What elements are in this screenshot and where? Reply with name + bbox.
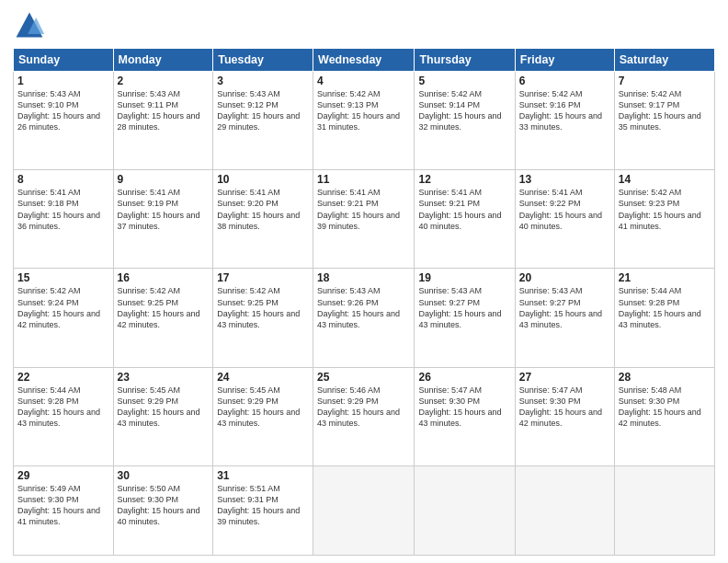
day-number: 25 [317,371,410,384]
day-info: Sunrise: 5:41 AMSunset: 9:20 PMDaylight:… [217,188,300,230]
day-number: 28 [619,371,711,384]
day-number: 31 [217,469,309,482]
day-number: 3 [217,75,309,87]
empty-cell [614,465,714,555]
day-cell-29: 29 Sunrise: 5:49 AMSunset: 9:30 PMDaylig… [14,465,114,555]
day-number: 21 [619,271,711,284]
day-info: Sunrise: 5:43 AMSunset: 9:12 PMDaylight:… [217,89,300,132]
day-info: Sunrise: 5:51 AMSunset: 9:31 PMDaylight:… [217,484,300,526]
logo-icon [13,9,46,42]
day-cell-30: 30 Sunrise: 5:50 AMSunset: 9:30 PMDaylig… [113,465,213,555]
weekday-header-thursday: Thursday [415,49,515,72]
day-info: Sunrise: 5:43 AMSunset: 9:10 PMDaylight:… [17,89,100,132]
day-number: 4 [317,75,410,87]
day-info: Sunrise: 5:45 AMSunset: 9:29 PMDaylight:… [118,385,200,428]
week-row-4: 22 Sunrise: 5:44 AMSunset: 9:28 PMDaylig… [14,367,715,465]
logo [13,9,50,42]
day-number: 5 [418,75,510,87]
day-number: 10 [217,173,309,186]
day-info: Sunrise: 5:42 AMSunset: 9:16 PMDaylight:… [519,89,602,132]
day-cell-2: 2 Sunrise: 5:43 AMSunset: 9:11 PMDayligh… [113,72,213,170]
day-info: Sunrise: 5:44 AMSunset: 9:28 PMDaylight:… [17,385,100,428]
day-number: 17 [217,271,309,284]
day-cell-9: 9 Sunrise: 5:41 AMSunset: 9:19 PMDayligh… [113,170,213,269]
day-number: 19 [418,271,510,284]
day-cell-11: 11 Sunrise: 5:41 AMSunset: 9:21 PMDaylig… [313,170,415,269]
day-cell-18: 18 Sunrise: 5:43 AMSunset: 9:26 PMDaylig… [313,269,415,367]
empty-cell [415,465,515,555]
day-cell-6: 6 Sunrise: 5:42 AMSunset: 9:16 PMDayligh… [515,72,614,170]
day-cell-3: 3 Sunrise: 5:43 AMSunset: 9:12 PMDayligh… [213,72,313,170]
day-info: Sunrise: 5:45 AMSunset: 9:29 PMDaylight:… [217,385,300,428]
empty-cell [515,465,614,555]
day-cell-12: 12 Sunrise: 5:41 AMSunset: 9:21 PMDaylig… [415,170,515,269]
day-cell-22: 22 Sunrise: 5:44 AMSunset: 9:28 PMDaylig… [14,367,114,465]
day-number: 2 [118,75,210,87]
week-row-3: 15 Sunrise: 5:42 AMSunset: 9:24 PMDaylig… [14,269,715,367]
day-cell-5: 5 Sunrise: 5:42 AMSunset: 9:14 PMDayligh… [415,72,515,170]
weekday-header-wednesday: Wednesday [313,49,415,72]
day-number: 1 [17,75,109,87]
weekday-header-tuesday: Tuesday [213,49,313,72]
day-number: 20 [519,271,610,284]
day-cell-1: 1 Sunrise: 5:43 AMSunset: 9:10 PMDayligh… [14,72,114,170]
day-info: Sunrise: 5:49 AMSunset: 9:30 PMDaylight:… [17,484,100,526]
day-cell-26: 26 Sunrise: 5:47 AMSunset: 9:30 PMDaylig… [415,367,515,465]
day-number: 8 [17,173,109,186]
day-info: Sunrise: 5:42 AMSunset: 9:24 PMDaylight:… [17,286,100,328]
day-cell-7: 7 Sunrise: 5:42 AMSunset: 9:17 PMDayligh… [614,72,714,170]
day-number: 12 [418,173,510,186]
day-info: Sunrise: 5:43 AMSunset: 9:26 PMDaylight:… [317,286,400,328]
day-info: Sunrise: 5:42 AMSunset: 9:25 PMDaylight:… [118,286,200,328]
day-info: Sunrise: 5:43 AMSunset: 9:27 PMDaylight:… [418,286,501,328]
day-cell-25: 25 Sunrise: 5:46 AMSunset: 9:29 PMDaylig… [313,367,415,465]
day-number: 11 [317,173,410,186]
empty-cell [313,465,415,555]
day-number: 16 [118,271,210,284]
calendar-table: SundayMondayTuesdayWednesdayThursdayFrid… [13,48,715,556]
day-info: Sunrise: 5:41 AMSunset: 9:18 PMDaylight:… [17,188,100,230]
day-number: 22 [17,371,109,384]
day-info: Sunrise: 5:43 AMSunset: 9:27 PMDaylight:… [519,286,602,328]
day-cell-19: 19 Sunrise: 5:43 AMSunset: 9:27 PMDaylig… [415,269,515,367]
week-row-5: 29 Sunrise: 5:49 AMSunset: 9:30 PMDaylig… [14,465,715,555]
day-info: Sunrise: 5:44 AMSunset: 9:28 PMDaylight:… [619,286,701,328]
day-info: Sunrise: 5:42 AMSunset: 9:23 PMDaylight:… [619,188,701,230]
day-info: Sunrise: 5:47 AMSunset: 9:30 PMDaylight:… [519,385,602,428]
day-info: Sunrise: 5:42 AMSunset: 9:14 PMDaylight:… [418,89,501,132]
day-info: Sunrise: 5:50 AMSunset: 9:30 PMDaylight:… [118,484,200,526]
day-number: 18 [317,271,410,284]
weekday-header-row: SundayMondayTuesdayWednesdayThursdayFrid… [14,49,715,72]
day-cell-20: 20 Sunrise: 5:43 AMSunset: 9:27 PMDaylig… [515,269,614,367]
week-row-1: 1 Sunrise: 5:43 AMSunset: 9:10 PMDayligh… [14,72,715,170]
header [13,9,715,42]
day-number: 23 [118,371,210,384]
day-cell-16: 16 Sunrise: 5:42 AMSunset: 9:25 PMDaylig… [113,269,213,367]
day-cell-17: 17 Sunrise: 5:42 AMSunset: 9:25 PMDaylig… [213,269,313,367]
page: SundayMondayTuesdayWednesdayThursdayFrid… [0,0,728,563]
day-cell-13: 13 Sunrise: 5:41 AMSunset: 9:22 PMDaylig… [515,170,614,269]
day-cell-14: 14 Sunrise: 5:42 AMSunset: 9:23 PMDaylig… [614,170,714,269]
week-row-2: 8 Sunrise: 5:41 AMSunset: 9:18 PMDayligh… [14,170,715,269]
day-number: 29 [17,469,109,482]
weekday-header-monday: Monday [113,49,213,72]
day-info: Sunrise: 5:41 AMSunset: 9:21 PMDaylight:… [418,188,501,230]
day-cell-31: 31 Sunrise: 5:51 AMSunset: 9:31 PMDaylig… [213,465,313,555]
weekday-header-sunday: Sunday [14,49,114,72]
day-cell-10: 10 Sunrise: 5:41 AMSunset: 9:20 PMDaylig… [213,170,313,269]
day-cell-4: 4 Sunrise: 5:42 AMSunset: 9:13 PMDayligh… [313,72,415,170]
day-number: 30 [118,469,210,482]
day-info: Sunrise: 5:43 AMSunset: 9:11 PMDaylight:… [118,89,200,132]
day-info: Sunrise: 5:48 AMSunset: 9:30 PMDaylight:… [619,385,701,428]
day-number: 6 [519,75,610,87]
day-cell-23: 23 Sunrise: 5:45 AMSunset: 9:29 PMDaylig… [113,367,213,465]
day-cell-15: 15 Sunrise: 5:42 AMSunset: 9:24 PMDaylig… [14,269,114,367]
day-number: 14 [619,173,711,186]
day-info: Sunrise: 5:42 AMSunset: 9:17 PMDaylight:… [619,89,701,132]
day-number: 27 [519,371,610,384]
day-info: Sunrise: 5:41 AMSunset: 9:22 PMDaylight:… [519,188,602,230]
day-info: Sunrise: 5:41 AMSunset: 9:19 PMDaylight:… [118,188,200,230]
weekday-header-saturday: Saturday [614,49,714,72]
day-cell-24: 24 Sunrise: 5:45 AMSunset: 9:29 PMDaylig… [213,367,313,465]
day-number: 9 [118,173,210,186]
